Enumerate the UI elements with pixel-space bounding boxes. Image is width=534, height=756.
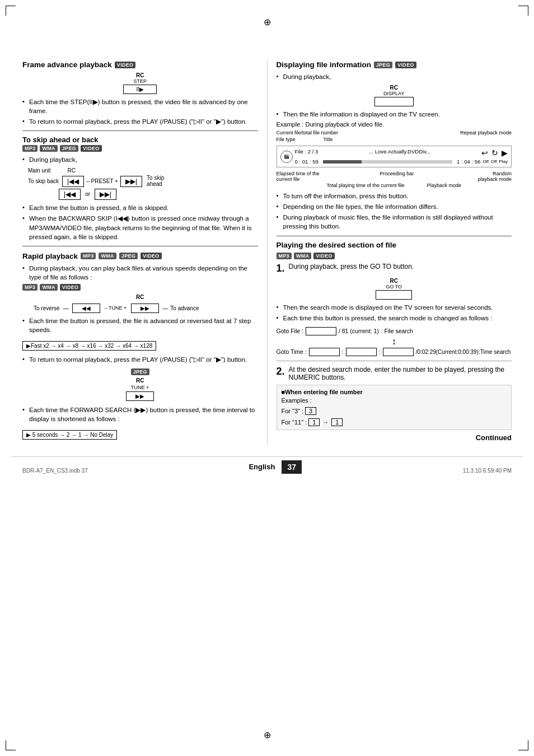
jpeg-bullet-1: • Each time the FORWARD SEARCH (▶▶) butt… xyxy=(22,405,258,423)
goto-time-m xyxy=(346,348,377,356)
info-then-text: • Then the file information is displayed… xyxy=(277,110,512,119)
playback-mode-label: Playback mode xyxy=(427,183,462,188)
play-then-bullets: • Then the search mode is displayed on t… xyxy=(277,303,512,323)
center-crosshair-bottom: ⊕ xyxy=(264,730,271,740)
jpeg-sub-badge: JPEG xyxy=(131,368,149,375)
rev-btn: ◀◀ xyxy=(72,304,100,313)
diagram-bottom-labels: Elapsed time of the current file Proceed… xyxy=(277,171,512,182)
goto-file-row: Goto File : / 81 (current: 1) : File sea… xyxy=(277,327,512,335)
goto-time-label: Goto Time : xyxy=(277,348,307,355)
bar-label: Proceeding bar xyxy=(380,171,414,182)
goto-time-s xyxy=(383,348,414,356)
for11-label: For "11" : xyxy=(282,419,307,426)
skip-section: To skip ahead or back MP3 WMA JPEG VIDEO… xyxy=(22,136,258,241)
goto-file-input xyxy=(306,327,336,335)
for11-val2: 1 xyxy=(331,418,343,426)
playing-section: Playing the desired section of file MP3 … xyxy=(277,241,512,442)
rc-box-info: RC DISPLAY xyxy=(277,85,512,106)
diagram-top-labels: Current file/total file number Repeat pl… xyxy=(277,130,512,136)
jpeg-badge-rapid: JPEG xyxy=(119,253,138,259)
goto-time-row: Goto Time : : : /0:02:29(Current:0:00:39… xyxy=(277,348,512,356)
divider-right xyxy=(277,236,512,236)
goto-time-h xyxy=(309,348,340,356)
rc-label-play: RC xyxy=(390,278,398,284)
time-sequence: ▶ 5 seconds → 2 → 1 → No Delay xyxy=(22,430,117,440)
elapsed-label: Elapsed time of the current file xyxy=(277,171,321,182)
skip-diagram: Main unit RC To skip back |◀◀ – PRESET + xyxy=(28,167,258,200)
goto-time-value: /0:02:29(Current:0:00:39):Time search xyxy=(416,349,511,355)
time-elapsed: 0 : 01 : 59 xyxy=(295,158,318,165)
step-button: II▶ xyxy=(123,85,157,94)
next-btn: ▶▶| xyxy=(120,176,142,187)
title-text: ... Love.Actually.DVDDiv... xyxy=(369,148,430,157)
fwd-btn: ▶▶| xyxy=(95,189,116,200)
playing-title-row: Playing the desired section of file xyxy=(277,241,512,249)
frame-bullet-2: • To return to normal playback, press th… xyxy=(22,117,258,126)
tune-label-rapid: – TUNE + xyxy=(105,305,127,311)
jpeg-badge-row: JPEG xyxy=(131,368,149,375)
right-column: Displaying file information JPEG VIDEO •… xyxy=(268,60,512,445)
play-then-bullet-2: • Each time this button is pressed, the … xyxy=(277,314,512,323)
example-text: Example : During playback of video file. xyxy=(277,121,512,128)
step2-text: At the desired search mode, enter the nu… xyxy=(289,366,512,381)
return-bullet: • To return to normal playback, press th… xyxy=(22,355,258,364)
jpeg-badge-info: JPEG xyxy=(374,62,392,68)
skip-ahead-label: To skip ahead xyxy=(147,175,164,187)
current-file-label: Current file/total file number xyxy=(277,130,339,136)
frame-bullet-1: • Each time the STEP(II▶) button is pres… xyxy=(22,97,258,115)
rc-label-info: RC xyxy=(390,85,398,91)
info-bullets: • To turn off the information, press thi… xyxy=(277,192,512,231)
fast-sequence: ▶Fast x2 → x4 → x8 → x16 → x32 → x64 → x… xyxy=(22,341,156,351)
progress-bar xyxy=(323,160,452,164)
for3-row: For "3" : 3 xyxy=(282,407,507,415)
timestamp: 11.3.10 6:59:40 PM xyxy=(463,468,512,474)
rapid-bullets: • Each time the button is pressed, the f… xyxy=(22,316,258,334)
file-num: File : 2 / 3 xyxy=(295,148,318,157)
video-badge-play: VIDEO xyxy=(313,253,335,259)
updown-arrow: ↕ xyxy=(277,337,512,346)
skip-bullets: • Each time the button is pressed, a fil… xyxy=(22,203,258,241)
title-label: Title xyxy=(324,137,333,142)
for11-row: For "11" : 1 → 1 xyxy=(282,418,507,426)
skip-bullet-2: • When the BACKWARD SKIP (I◀◀) button is… xyxy=(22,214,258,241)
during-playback-skip: • During playback, xyxy=(22,155,258,164)
file-type-label: File type xyxy=(277,137,296,142)
wma-badge-skip: WMA xyxy=(40,145,57,152)
mp3-badge-play: MP3 xyxy=(277,253,292,259)
off1: Off xyxy=(483,159,489,164)
rapid-title: Rapid playback xyxy=(22,252,78,260)
off2: Off xyxy=(491,159,497,164)
rapid-during-text: • During playback, you can play back fil… xyxy=(22,264,258,282)
skip-back-label: To skip back xyxy=(28,178,59,184)
page-number: 37 xyxy=(282,460,302,474)
rapid-title-row: Rapid playback MP3 WMA JPEG VIDEO xyxy=(22,252,258,260)
wma-badge-play: WMA xyxy=(294,253,311,259)
skip-title: To skip ahead or back xyxy=(22,136,258,144)
for11-val1: 1 xyxy=(308,418,320,426)
rapid-section: Rapid playback MP3 WMA JPEG VIDEO • Duri… xyxy=(22,252,258,442)
goto-button xyxy=(376,290,412,300)
playing-title: Playing the desired section of file xyxy=(277,241,397,249)
total-label: Total playing time of the current file xyxy=(326,183,404,188)
diagram-bottom-labels2: Total playing time of the current file P… xyxy=(277,183,512,188)
tune-label-jpeg: TUNE + xyxy=(131,385,149,390)
tune-row-rapid: To reverse — ◀◀ – TUNE + ▶▶ — To advance xyxy=(34,304,258,313)
mp3-badge-rapid: MP3 xyxy=(81,253,96,259)
jpeg-badge-skip: JPEG xyxy=(60,145,78,152)
divider-1 xyxy=(22,130,258,131)
goto-file-desc: : File search xyxy=(381,328,413,334)
or-text: or xyxy=(85,191,90,197)
jpeg-rapid-section: JPEG RC TUNE + ▶▶ xyxy=(22,368,258,401)
preset-label: – PRESET + xyxy=(86,178,118,184)
video-badge-info: VIDEO xyxy=(395,62,416,68)
adv-btn-jpeg: ▶▶ xyxy=(126,391,154,401)
numeric-section: ■When entering file number Examples : Fo… xyxy=(277,385,512,430)
rapid-bullet-1: • Each time the button is pressed, the f… xyxy=(22,316,258,334)
video-badge-frame: VIDEO xyxy=(115,62,136,68)
video-badge-skip: VIDEO xyxy=(81,145,102,152)
skip-bullet-1: • Each time the button is pressed, a fil… xyxy=(22,203,258,212)
time-total: 1 : 04 : 56 xyxy=(457,158,480,165)
repeat-icon: ↩ xyxy=(481,148,488,157)
to-advance-label: To advance xyxy=(170,305,199,311)
rc-box-frame: RC STEP II▶ xyxy=(22,72,258,94)
